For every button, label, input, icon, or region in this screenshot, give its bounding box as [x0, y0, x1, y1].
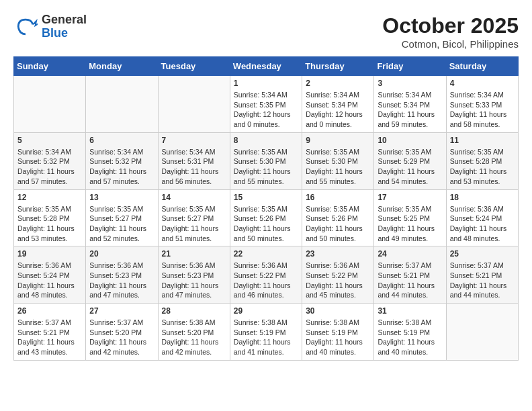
day-number: 28 [162, 306, 226, 316]
day-info: Sunrise: 5:35 AM Sunset: 5:28 PM Dayligh… [450, 147, 515, 187]
day-info: Sunrise: 5:36 AM Sunset: 5:23 PM Dayligh… [162, 261, 226, 300]
calendar-cell [158, 76, 230, 133]
day-number: 3 [378, 79, 442, 88]
calendar-cell: 28Sunrise: 5:38 AM Sunset: 5:20 PM Dayli… [158, 304, 230, 361]
calendar-cell: 25Sunrise: 5:37 AM Sunset: 5:21 PM Dayli… [446, 246, 518, 304]
day-info: Sunrise: 5:35 AM Sunset: 5:27 PM Dayligh… [162, 204, 226, 244]
logo-general: General [42, 13, 87, 26]
location-subtitle: Cotmon, Bicol, Philippines [382, 38, 519, 50]
day-info: Sunrise: 5:37 AM Sunset: 5:21 PM Dayligh… [378, 261, 442, 300]
calendar-week-3: 12Sunrise: 5:35 AM Sunset: 5:28 PM Dayli… [14, 189, 519, 246]
calendar-week-4: 19Sunrise: 5:36 AM Sunset: 5:24 PM Dayli… [14, 246, 519, 304]
day-number: 2 [306, 79, 370, 88]
calendar-cell: 15Sunrise: 5:35 AM Sunset: 5:26 PM Dayli… [230, 189, 302, 246]
logo-icon [13, 15, 38, 39]
day-number: 10 [378, 136, 442, 145]
day-info: Sunrise: 5:36 AM Sunset: 5:24 PM Dayligh… [17, 261, 82, 300]
title-block: October 2025 Cotmon, Bicol, Philippines [382, 13, 519, 50]
day-info: Sunrise: 5:34 AM Sunset: 5:32 PM Dayligh… [17, 147, 82, 187]
weekday-header-monday: Monday [86, 57, 158, 76]
calendar-cell: 2Sunrise: 5:34 AM Sunset: 5:34 PM Daylig… [302, 76, 374, 133]
day-info: Sunrise: 5:37 AM Sunset: 5:21 PM Dayligh… [450, 261, 515, 300]
day-number: 31 [378, 306, 442, 316]
calendar-cell: 23Sunrise: 5:36 AM Sunset: 5:22 PM Dayli… [302, 246, 374, 304]
calendar-cell: 21Sunrise: 5:36 AM Sunset: 5:23 PM Dayli… [158, 246, 230, 304]
calendar-cell: 29Sunrise: 5:38 AM Sunset: 5:19 PM Dayli… [230, 304, 302, 361]
day-number: 23 [306, 249, 370, 259]
day-number: 30 [306, 306, 370, 316]
day-number: 17 [378, 193, 442, 202]
day-info: Sunrise: 5:38 AM Sunset: 5:19 PM Dayligh… [378, 318, 442, 357]
calendar-cell: 18Sunrise: 5:36 AM Sunset: 5:24 PM Dayli… [446, 189, 518, 246]
day-info: Sunrise: 5:35 AM Sunset: 5:29 PM Dayligh… [378, 147, 442, 187]
calendar-cell: 16Sunrise: 5:35 AM Sunset: 5:26 PM Dayli… [302, 189, 374, 246]
day-number: 14 [162, 193, 226, 202]
day-number: 4 [450, 79, 515, 88]
weekday-header-saturday: Saturday [446, 57, 518, 76]
day-info: Sunrise: 5:37 AM Sunset: 5:21 PM Dayligh… [17, 318, 82, 357]
day-info: Sunrise: 5:38 AM Sunset: 5:20 PM Dayligh… [162, 318, 226, 357]
calendar-cell: 9Sunrise: 5:35 AM Sunset: 5:30 PM Daylig… [302, 132, 374, 189]
day-number: 21 [162, 249, 226, 259]
calendar-cell: 4Sunrise: 5:34 AM Sunset: 5:33 PM Daylig… [446, 76, 518, 133]
day-info: Sunrise: 5:34 AM Sunset: 5:33 PM Dayligh… [450, 90, 515, 130]
logo: General Blue [13, 13, 87, 40]
calendar-cell: 1Sunrise: 5:34 AM Sunset: 5:35 PM Daylig… [230, 76, 302, 133]
day-number: 11 [450, 136, 515, 145]
day-info: Sunrise: 5:36 AM Sunset: 5:22 PM Dayligh… [306, 261, 370, 300]
weekday-header-friday: Friday [374, 57, 446, 76]
day-number: 7 [162, 136, 226, 145]
day-number: 5 [17, 136, 82, 145]
day-info: Sunrise: 5:38 AM Sunset: 5:19 PM Dayligh… [234, 318, 298, 357]
day-number: 18 [450, 193, 515, 202]
day-info: Sunrise: 5:36 AM Sunset: 5:23 PM Dayligh… [89, 261, 154, 300]
calendar-cell: 26Sunrise: 5:37 AM Sunset: 5:21 PM Dayli… [14, 304, 86, 361]
weekday-header-tuesday: Tuesday [158, 57, 230, 76]
calendar-cell: 13Sunrise: 5:35 AM Sunset: 5:27 PM Dayli… [86, 189, 158, 246]
day-info: Sunrise: 5:36 AM Sunset: 5:24 PM Dayligh… [450, 204, 515, 244]
day-info: Sunrise: 5:35 AM Sunset: 5:26 PM Dayligh… [306, 204, 370, 244]
calendar-week-2: 5Sunrise: 5:34 AM Sunset: 5:32 PM Daylig… [14, 132, 519, 189]
day-info: Sunrise: 5:35 AM Sunset: 5:28 PM Dayligh… [17, 204, 82, 244]
calendar-cell: 3Sunrise: 5:34 AM Sunset: 5:34 PM Daylig… [374, 76, 446, 133]
day-info: Sunrise: 5:35 AM Sunset: 5:27 PM Dayligh… [89, 204, 154, 244]
day-number: 12 [17, 193, 82, 202]
day-number: 25 [450, 249, 515, 259]
calendar-cell: 20Sunrise: 5:36 AM Sunset: 5:23 PM Dayli… [86, 246, 158, 304]
page-header: General Blue October 2025 Cotmon, Bicol,… [13, 13, 519, 50]
calendar-cell: 10Sunrise: 5:35 AM Sunset: 5:29 PM Dayli… [374, 132, 446, 189]
calendar-table: SundayMondayTuesdayWednesdayThursdayFrid… [13, 56, 519, 361]
calendar-cell: 22Sunrise: 5:36 AM Sunset: 5:22 PM Dayli… [230, 246, 302, 304]
day-info: Sunrise: 5:34 AM Sunset: 5:35 PM Dayligh… [234, 90, 298, 130]
calendar-cell: 30Sunrise: 5:38 AM Sunset: 5:19 PM Dayli… [302, 304, 374, 361]
day-number: 22 [234, 249, 298, 259]
calendar-cell: 6Sunrise: 5:34 AM Sunset: 5:32 PM Daylig… [86, 132, 158, 189]
day-info: Sunrise: 5:35 AM Sunset: 5:25 PM Dayligh… [378, 204, 442, 244]
day-info: Sunrise: 5:34 AM Sunset: 5:31 PM Dayligh… [162, 147, 226, 187]
day-number: 27 [89, 306, 154, 316]
weekday-header-sunday: Sunday [14, 57, 86, 76]
day-info: Sunrise: 5:35 AM Sunset: 5:26 PM Dayligh… [234, 204, 298, 244]
calendar-week-5: 26Sunrise: 5:37 AM Sunset: 5:21 PM Dayli… [14, 304, 519, 361]
day-info: Sunrise: 5:37 AM Sunset: 5:20 PM Dayligh… [89, 318, 154, 357]
day-info: Sunrise: 5:36 AM Sunset: 5:22 PM Dayligh… [234, 261, 298, 300]
day-info: Sunrise: 5:35 AM Sunset: 5:30 PM Dayligh… [234, 147, 298, 187]
day-number: 19 [17, 249, 82, 259]
calendar-cell: 19Sunrise: 5:36 AM Sunset: 5:24 PM Dayli… [14, 246, 86, 304]
calendar-cell: 7Sunrise: 5:34 AM Sunset: 5:31 PM Daylig… [158, 132, 230, 189]
day-number: 13 [89, 193, 154, 202]
logo-text: General Blue [42, 13, 87, 40]
calendar-cell [14, 76, 86, 133]
calendar-cell: 31Sunrise: 5:38 AM Sunset: 5:19 PM Dayli… [374, 304, 446, 361]
day-number: 16 [306, 193, 370, 202]
day-info: Sunrise: 5:34 AM Sunset: 5:32 PM Dayligh… [89, 147, 154, 187]
calendar-cell: 5Sunrise: 5:34 AM Sunset: 5:32 PM Daylig… [14, 132, 86, 189]
calendar-cell: 24Sunrise: 5:37 AM Sunset: 5:21 PM Dayli… [374, 246, 446, 304]
day-number: 20 [89, 249, 154, 259]
day-number: 8 [234, 136, 298, 145]
calendar-cell: 8Sunrise: 5:35 AM Sunset: 5:30 PM Daylig… [230, 132, 302, 189]
weekday-header-thursday: Thursday [302, 57, 374, 76]
day-number: 24 [378, 249, 442, 259]
day-info: Sunrise: 5:34 AM Sunset: 5:34 PM Dayligh… [378, 90, 442, 130]
day-number: 29 [234, 306, 298, 316]
